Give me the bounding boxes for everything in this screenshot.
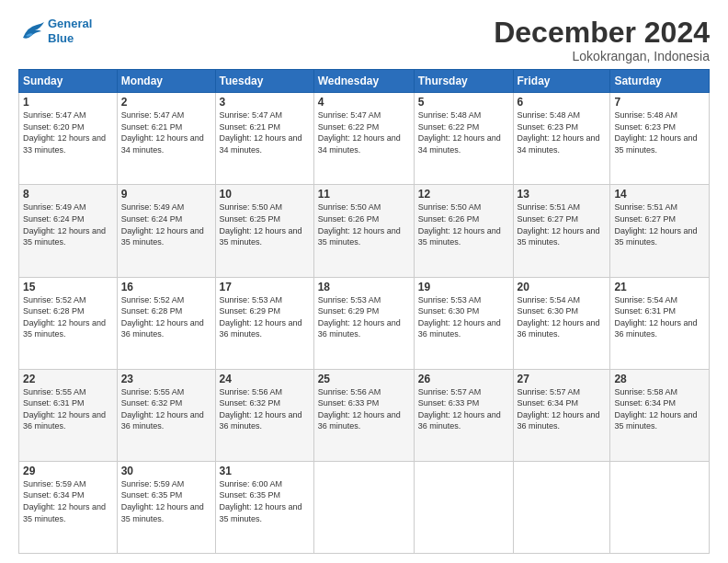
day-info: Sunrise: 5:51 AMSunset: 6:27 PMDaylight:… <box>518 201 607 247</box>
day-info: Sunrise: 5:47 AMSunset: 6:21 PMDaylight:… <box>220 109 310 155</box>
title-block: December 2024 Lokokrangan, Indonesia <box>494 17 710 63</box>
day-info: Sunrise: 5:53 AMSunset: 6:30 PMDaylight:… <box>418 294 509 340</box>
day-number: 3 <box>220 96 310 109</box>
calendar-header-row: Sunday Monday Tuesday Wednesday Thursday… <box>19 70 710 93</box>
day-info: Sunrise: 5:48 AMSunset: 6:22 PMDaylight:… <box>418 109 509 155</box>
day-cell: 14Sunrise: 5:51 AMSunset: 6:27 PMDayligh… <box>610 185 710 277</box>
col-saturday: Saturday <box>610 70 710 93</box>
day-number: 4 <box>318 96 410 109</box>
day-number: 19 <box>418 281 509 293</box>
day-number: 18 <box>318 281 410 293</box>
col-wednesday: Wednesday <box>313 70 414 93</box>
day-number: 24 <box>220 373 310 385</box>
day-cell: 15Sunrise: 5:52 AMSunset: 6:28 PMDayligh… <box>19 277 118 369</box>
day-number: 5 <box>418 96 509 109</box>
day-cell: 11Sunrise: 5:50 AMSunset: 6:26 PMDayligh… <box>313 185 414 277</box>
day-cell <box>513 461 610 553</box>
day-info: Sunrise: 5:52 AMSunset: 6:28 PMDaylight:… <box>121 294 211 340</box>
day-cell <box>610 461 710 553</box>
day-cell: 18Sunrise: 5:53 AMSunset: 6:29 PMDayligh… <box>313 277 414 369</box>
day-number: 31 <box>220 465 310 477</box>
day-info: Sunrise: 5:58 AMSunset: 6:34 PMDaylight:… <box>614 386 705 432</box>
week-row-5: 29Sunrise: 5:59 AMSunset: 6:34 PMDayligh… <box>19 461 710 553</box>
day-info: Sunrise: 5:48 AMSunset: 6:23 PMDaylight:… <box>518 109 607 155</box>
day-number: 21 <box>614 281 705 293</box>
col-sunday: Sunday <box>19 70 118 93</box>
day-number: 20 <box>518 281 607 293</box>
day-number: 2 <box>121 96 211 109</box>
day-number: 11 <box>318 188 410 201</box>
day-info: Sunrise: 5:47 AMSunset: 6:20 PMDaylight:… <box>23 109 113 155</box>
day-info: Sunrise: 5:56 AMSunset: 6:32 PMDaylight:… <box>220 386 310 432</box>
logo: General Blue <box>18 17 92 45</box>
day-cell: 16Sunrise: 5:52 AMSunset: 6:28 PMDayligh… <box>117 277 215 369</box>
calendar: Sunday Monday Tuesday Wednesday Thursday… <box>18 69 710 554</box>
day-info: Sunrise: 5:47 AMSunset: 6:21 PMDaylight:… <box>121 109 211 155</box>
day-cell: 8Sunrise: 5:49 AMSunset: 6:24 PMDaylight… <box>19 185 118 277</box>
month-title: December 2024 <box>494 17 710 49</box>
day-number: 14 <box>614 188 705 201</box>
day-cell: 20Sunrise: 5:54 AMSunset: 6:30 PMDayligh… <box>513 277 610 369</box>
day-info: Sunrise: 5:55 AMSunset: 6:32 PMDaylight:… <box>121 386 211 432</box>
week-row-3: 15Sunrise: 5:52 AMSunset: 6:28 PMDayligh… <box>19 277 710 369</box>
col-monday: Monday <box>117 70 215 93</box>
day-number: 29 <box>23 465 113 477</box>
day-number: 22 <box>23 373 113 385</box>
day-cell: 27Sunrise: 5:57 AMSunset: 6:34 PMDayligh… <box>513 369 610 461</box>
day-cell: 17Sunrise: 5:53 AMSunset: 6:29 PMDayligh… <box>215 277 313 369</box>
day-info: Sunrise: 5:53 AMSunset: 6:29 PMDaylight:… <box>318 294 410 340</box>
day-number: 26 <box>418 373 509 385</box>
day-number: 28 <box>614 373 705 385</box>
day-info: Sunrise: 5:59 AMSunset: 6:34 PMDaylight:… <box>23 478 113 524</box>
day-info: Sunrise: 5:55 AMSunset: 6:31 PMDaylight:… <box>23 386 113 432</box>
day-number: 17 <box>220 281 310 293</box>
day-cell <box>313 461 414 553</box>
day-number: 1 <box>23 96 113 109</box>
day-number: 23 <box>121 373 211 385</box>
day-cell: 10Sunrise: 5:50 AMSunset: 6:25 PMDayligh… <box>215 185 313 277</box>
logo-text: General Blue <box>48 17 92 45</box>
day-info: Sunrise: 5:50 AMSunset: 6:25 PMDaylight:… <box>220 201 310 247</box>
day-cell: 2Sunrise: 5:47 AMSunset: 6:21 PMDaylight… <box>117 93 215 185</box>
day-info: Sunrise: 5:53 AMSunset: 6:29 PMDaylight:… <box>220 294 310 340</box>
week-row-4: 22Sunrise: 5:55 AMSunset: 6:31 PMDayligh… <box>19 369 710 461</box>
day-info: Sunrise: 5:50 AMSunset: 6:26 PMDaylight:… <box>418 201 509 247</box>
day-number: 7 <box>614 96 705 109</box>
day-number: 16 <box>121 281 211 293</box>
day-cell <box>414 461 513 553</box>
day-info: Sunrise: 5:54 AMSunset: 6:30 PMDaylight:… <box>518 294 607 340</box>
day-info: Sunrise: 5:48 AMSunset: 6:23 PMDaylight:… <box>614 109 705 155</box>
day-cell: 24Sunrise: 5:56 AMSunset: 6:32 PMDayligh… <box>215 369 313 461</box>
day-cell: 6Sunrise: 5:48 AMSunset: 6:23 PMDaylight… <box>513 93 610 185</box>
day-cell: 29Sunrise: 5:59 AMSunset: 6:34 PMDayligh… <box>19 461 118 553</box>
day-number: 8 <box>23 188 113 201</box>
day-number: 12 <box>418 188 509 201</box>
day-cell: 5Sunrise: 5:48 AMSunset: 6:22 PMDaylight… <box>414 93 513 185</box>
day-number: 30 <box>121 465 211 477</box>
day-cell: 1Sunrise: 5:47 AMSunset: 6:20 PMDaylight… <box>19 93 118 185</box>
day-cell: 23Sunrise: 5:55 AMSunset: 6:32 PMDayligh… <box>117 369 215 461</box>
col-friday: Friday <box>513 70 610 93</box>
day-cell: 13Sunrise: 5:51 AMSunset: 6:27 PMDayligh… <box>513 185 610 277</box>
logo-line2: Blue <box>48 31 74 45</box>
day-cell: 4Sunrise: 5:47 AMSunset: 6:22 PMDaylight… <box>313 93 414 185</box>
day-number: 27 <box>518 373 607 385</box>
day-cell: 26Sunrise: 5:57 AMSunset: 6:33 PMDayligh… <box>414 369 513 461</box>
day-info: Sunrise: 5:52 AMSunset: 6:28 PMDaylight:… <box>23 294 113 340</box>
day-info: Sunrise: 5:47 AMSunset: 6:22 PMDaylight:… <box>318 109 410 155</box>
day-info: Sunrise: 5:49 AMSunset: 6:24 PMDaylight:… <box>23 201 113 247</box>
day-cell: 7Sunrise: 5:48 AMSunset: 6:23 PMDaylight… <box>610 93 710 185</box>
day-number: 10 <box>220 188 310 201</box>
day-cell: 31Sunrise: 6:00 AMSunset: 6:35 PMDayligh… <box>215 461 313 553</box>
day-cell: 25Sunrise: 5:56 AMSunset: 6:33 PMDayligh… <box>313 369 414 461</box>
day-info: Sunrise: 5:54 AMSunset: 6:31 PMDaylight:… <box>614 294 705 340</box>
logo-icon <box>18 17 46 45</box>
day-number: 25 <box>318 373 410 385</box>
day-number: 15 <box>23 281 113 293</box>
day-cell: 21Sunrise: 5:54 AMSunset: 6:31 PMDayligh… <box>610 277 710 369</box>
logo-line1: General <box>48 17 92 30</box>
day-cell: 28Sunrise: 5:58 AMSunset: 6:34 PMDayligh… <box>610 369 710 461</box>
day-info: Sunrise: 6:00 AMSunset: 6:35 PMDaylight:… <box>220 478 310 524</box>
day-info: Sunrise: 5:56 AMSunset: 6:33 PMDaylight:… <box>318 386 410 432</box>
day-cell: 30Sunrise: 5:59 AMSunset: 6:35 PMDayligh… <box>117 461 215 553</box>
